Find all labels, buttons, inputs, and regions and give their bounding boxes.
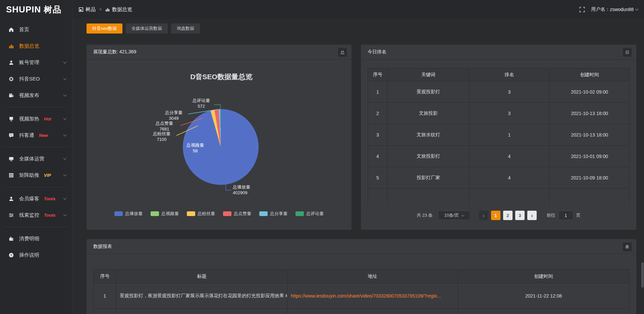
chevron-down-icon <box>63 60 67 64</box>
sidebar-item-badge: Tools <box>44 196 55 201</box>
table-cell: 1 <box>94 283 116 309</box>
ranking-table-wrap: 序号关键词排名创建时间1景观投影灯32021-10-02 09:002文旅投影3… <box>368 68 630 204</box>
chat-icon <box>9 133 14 138</box>
chevron-down-icon <box>63 117 67 120</box>
legend-item[interactable]: 总分享量 <box>259 211 287 217</box>
sidebar-item-label: 会员爆客 <box>19 196 39 202</box>
sidebar-item-badge: Tools <box>44 213 55 218</box>
sidebar-item-label: 数据总览 <box>19 43 39 49</box>
scrollbar-thumb[interactable] <box>641 262 644 287</box>
sidebar-item-badge: New <box>39 133 48 138</box>
home-icon <box>9 27 14 33</box>
next-page-button[interactable]: › <box>527 211 537 220</box>
legend-item[interactable]: 总视频量 <box>151 211 179 217</box>
sidebar-item-0[interactable]: 首页 <box>0 21 72 38</box>
logo-text-cn: 树品 <box>44 4 62 15</box>
chevron-down-icon <box>635 7 639 11</box>
sidebar-item-10[interactable]: 线索监控Tools <box>0 207 72 223</box>
table-cell-time <box>458 309 630 314</box>
sidebar-item-badge: Hot <box>44 116 51 121</box>
sidebar-item-9[interactable]: 会员爆客Tools <box>0 191 72 207</box>
overview-panel: 展现量总数: 421,369 总 D音SEO数据量总览 总评论量572 总分享量… <box>87 45 352 230</box>
svg-text:?: ? <box>10 253 12 257</box>
page-button-3[interactable]: 3 <box>515 211 525 220</box>
sidebar-item-label: 消费明细 <box>19 235 39 242</box>
chevron-down-icon <box>63 197 67 200</box>
table-cell: 2 <box>368 103 388 124</box>
sidebar-item-2[interactable]: 账号管理 <box>0 54 72 71</box>
table-cell <box>469 189 550 204</box>
bar-chart-icon <box>9 44 14 49</box>
sidebar-item-label: 操作说明 <box>19 252 39 258</box>
pie-label-likes: 总点赞量7681 <box>150 120 178 132</box>
divider <box>5 227 67 227</box>
heat-icon <box>9 116 14 122</box>
video-icon <box>9 93 14 98</box>
page-size-select[interactable]: 10条/页 <box>438 211 470 220</box>
ranking-panel-title: 今日排名 <box>361 45 636 60</box>
user-menu[interactable]: 用户名：zswodun88 <box>591 6 638 12</box>
pie-label-videos: 总视频量58 <box>182 142 208 154</box>
breadcrumb-current[interactable]: 数据总览 <box>112 6 132 13</box>
tab-0[interactable]: 抖音seo数据 <box>87 23 122 34</box>
sidebar-item-3[interactable]: 抖音SEO <box>0 71 72 87</box>
legend-label: 总点赞量 <box>234 211 251 217</box>
sidebar-item-11[interactable]: 消费明细 <box>0 230 72 247</box>
pie-label-shares: 总分享量3049 <box>160 110 187 121</box>
app-logo[interactable]: SHUPIN 树品 <box>0 0 72 19</box>
table-cell: 2021-10-13 18:00 <box>550 103 630 124</box>
breadcrumb-root-icon <box>79 7 83 12</box>
breadcrumb: 树品 > 数据总览 <box>79 6 132 13</box>
sidebar-item-label: 视频发布 <box>19 92 39 99</box>
username-label: 用户名： <box>591 6 610 12</box>
table-cell <box>368 189 388 204</box>
breadcrumb-current-icon <box>105 7 110 12</box>
ranking-badge-button[interactable]: 日 <box>623 48 632 57</box>
sidebar-item-5[interactable]: 视频加热Hot <box>0 111 72 127</box>
prev-page-button[interactable]: ‹ <box>479 211 488 220</box>
table-cell: 4 <box>368 146 388 167</box>
sidebar-item-badge: VIP <box>44 173 51 178</box>
tab-1[interactable]: 全媒体运营数据 <box>126 23 168 34</box>
table-cell: 4 <box>469 146 550 167</box>
legend-label: 总视频量 <box>161 211 179 217</box>
sidebar-item-12[interactable]: ?操作说明 <box>0 247 72 263</box>
report-badge-button[interactable]: 表 <box>623 243 632 251</box>
legend-item[interactable]: 总评论量 <box>296 211 324 217</box>
table-cell-time: 2021-11-22 12:08 <box>458 283 630 309</box>
sidebar-item-label: 抖音SEO <box>19 76 40 82</box>
legend-swatch <box>223 211 231 216</box>
table-cell <box>550 189 630 204</box>
sidebar-item-4[interactable]: 视频发布 <box>0 87 72 104</box>
table-cell: 景观投影灯 <box>388 81 469 103</box>
logo-text-en: SHUPIN <box>6 5 41 14</box>
breadcrumb-root[interactable]: 树品 <box>86 6 96 13</box>
tab-2[interactable]: 询盘数据 <box>171 23 200 34</box>
sidebar-item-7[interactable]: 全媒体运营 <box>0 151 72 167</box>
legend-label: 总播放量 <box>125 211 143 217</box>
video-link[interactable]: https://www.iesdouyin.com/share/video/70… <box>291 293 441 299</box>
fullscreen-icon[interactable] <box>579 7 585 12</box>
table-cell: 5 <box>368 167 388 189</box>
table-cell <box>388 189 469 204</box>
pie-chart-title: D音SEO数据量总览 <box>171 72 272 82</box>
table-cell: 3 <box>368 124 388 146</box>
legend-label: 总分享量 <box>270 211 287 217</box>
sidebar-item-1[interactable]: 数据总览 <box>0 38 72 54</box>
topbar: 树品 > 数据总览 用户名：zswodun88 <box>72 0 644 19</box>
page-button-1[interactable]: 1 <box>491 211 500 220</box>
pagination: 共 23 条 10条/页 ‹ 123 › 前往 页 <box>361 211 636 220</box>
report-table-wrap: 序号标题地址创建时间1景观投影灯，夜游景观投影灯厂家展示展示落花灯在花园里的灯光… <box>93 269 630 314</box>
legend-swatch <box>259 211 268 216</box>
legend-item[interactable]: 总播放量 <box>114 211 143 217</box>
page-button-2[interactable]: 2 <box>503 211 513 220</box>
overview-badge-button[interactable]: 总 <box>338 48 347 57</box>
sidebar-item-8[interactable]: 矩阵助推VIP <box>0 167 72 184</box>
legend-item[interactable]: 总粉丝量 <box>187 211 215 217</box>
goto-page-input[interactable] <box>558 211 573 220</box>
main-content: 抖音seo数据全媒体运营数据询盘数据 展现量总数: 421,369 总 D音SE… <box>72 19 644 314</box>
ranking-table: 序号关键词排名创建时间1景观投影灯32021-10-02 09:002文旅投影3… <box>368 68 630 204</box>
table-cell-title: 景观投影灯，夜游景观投影灯厂家展示展示落花灯在花园里的灯光投影应用效果 # <box>116 283 287 309</box>
legend-item[interactable]: 总点赞量 <box>223 211 251 217</box>
sidebar-item-6[interactable]: 抖客通New <box>0 127 72 144</box>
